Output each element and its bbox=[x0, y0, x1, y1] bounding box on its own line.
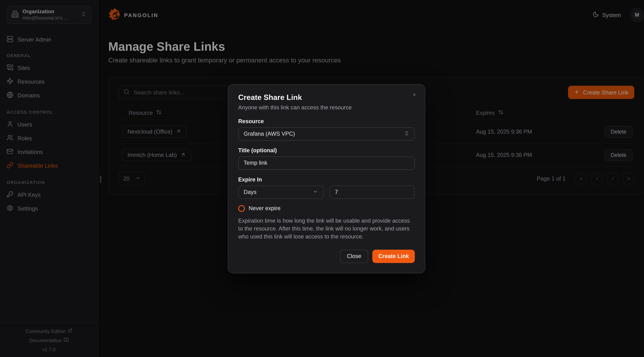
expiration-help-text: Expiration time is how long the link wil… bbox=[238, 217, 415, 240]
modal-create-button[interactable]: Create Link bbox=[372, 249, 415, 263]
modal-actions: Close Create Link bbox=[238, 249, 415, 263]
modal-wrapper: Create Share Link Anyone with this link … bbox=[0, 0, 644, 357]
chevron-down-icon bbox=[313, 189, 318, 195]
never-expire-option[interactable]: Never expire bbox=[238, 205, 415, 212]
never-expire-label: Never expire bbox=[248, 205, 280, 211]
modal-close-button[interactable]: Close bbox=[340, 249, 368, 263]
modal-description: Anyone with this link can access the res… bbox=[238, 104, 415, 111]
expire-unit-value: Days bbox=[244, 189, 256, 195]
title-input[interactable] bbox=[244, 160, 410, 166]
expire-value-wrap bbox=[330, 185, 415, 199]
resource-field-label: Resource bbox=[238, 118, 415, 124]
chevrons-up-down-icon bbox=[404, 130, 409, 137]
app-root: Organization milo@fossorial.io's ... Ser… bbox=[0, 0, 644, 357]
expire-value-input[interactable] bbox=[335, 189, 410, 195]
create-share-link-modal: Create Share Link Anyone with this link … bbox=[228, 84, 425, 273]
title-field-label: Title (optional) bbox=[238, 147, 415, 153]
radio-icon bbox=[238, 205, 245, 212]
title-input-wrap bbox=[238, 156, 415, 169]
close-icon[interactable] bbox=[410, 90, 418, 99]
expire-unit-select[interactable]: Days bbox=[238, 185, 324, 199]
resource-select-value: Grafana (AWS VPC) bbox=[244, 131, 295, 137]
modal-title: Create Share Link bbox=[238, 92, 415, 102]
expire-field-label: Expire In bbox=[238, 176, 415, 182]
resource-select[interactable]: Grafana (AWS VPC) bbox=[238, 127, 415, 140]
expire-row: Days bbox=[238, 182, 415, 199]
